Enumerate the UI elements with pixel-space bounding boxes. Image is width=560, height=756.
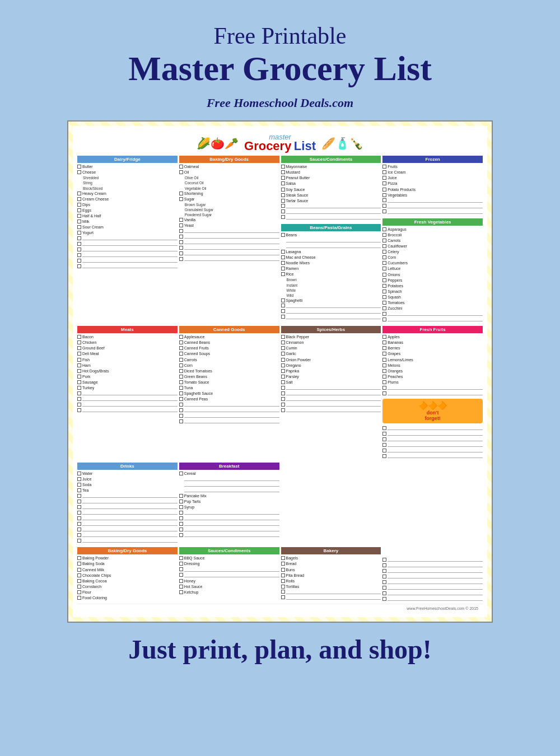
beans-pasta-header: Beans/Pasta/Grains	[281, 224, 381, 231]
sauces-header-1: Sauces/Condiments	[281, 156, 381, 163]
meats-header: Meats	[77, 326, 178, 333]
breakfast-header: Breakfast	[179, 463, 279, 470]
baking-dry-header-1: Baking/Dry Goods	[179, 156, 279, 163]
canned-goods-header: Canned Goods	[179, 326, 279, 333]
page-title-main: Master Grocery List	[128, 49, 432, 87]
doc-header: 🌽🍅🥕 master Grocery List 🥖🧴🍾	[77, 129, 483, 156]
page-title-free: Free Printable	[214, 22, 347, 49]
frozen-header: Frozen	[382, 156, 483, 163]
doc-footer: www.FreeHomeschoolDeals.com © 2015	[77, 604, 483, 612]
dont-forget-banner: 🔶🔶🔶 don't forget!	[382, 399, 483, 423]
document-container: 🌽🍅🥕 master Grocery List 🥖🧴🍾 Dairy/Fridge…	[67, 120, 493, 623]
dairy-fridge-header: Dairy/Fridge	[77, 156, 178, 163]
drinks-header: Drinks	[77, 463, 178, 470]
baking-dry-header-2: Baking/Dry Goods	[77, 547, 178, 554]
spices-header: Spices/Herbs	[281, 326, 381, 333]
subtitle: Free Homeschool Deals.com	[207, 96, 353, 110]
bottom-tagline: Just print, plan, and shop!	[128, 634, 432, 665]
sauces-header-2: Sauces/Condiments	[179, 547, 279, 554]
bakery-header: Bakery	[281, 547, 381, 554]
fresh-veg-header: Fresh Vegetables	[382, 218, 483, 226]
fresh-fruits-header: Fresh Fruits	[382, 326, 483, 333]
